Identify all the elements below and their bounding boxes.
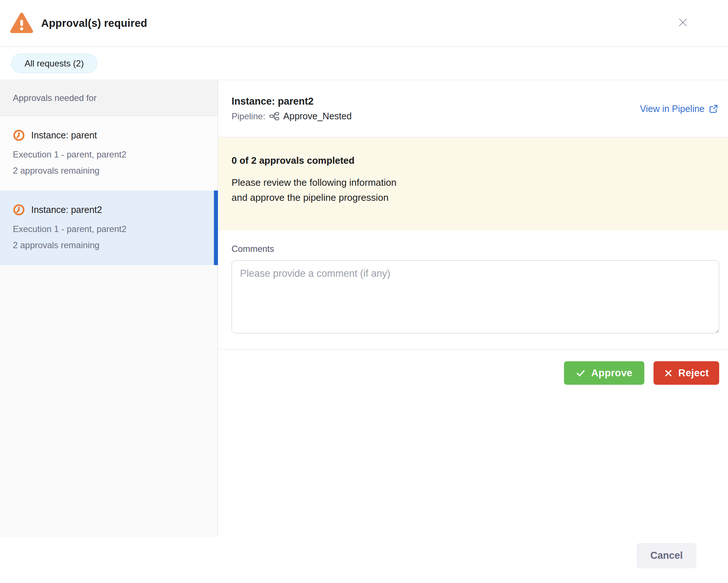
approve-button[interactable]: Approve: [564, 361, 644, 385]
approval-modal: Approval(s) required All requests (2) Ap…: [0, 0, 728, 583]
pipeline-graph-icon: [269, 112, 279, 120]
clock-icon: [13, 129, 25, 141]
pipeline-name: Approve_Nested: [283, 111, 352, 122]
pipeline-label: Pipeline:: [232, 111, 265, 122]
approval-item-remaining: 2 approvals remaining: [13, 240, 210, 250]
close-icon[interactable]: [674, 14, 691, 31]
approval-item-title: Instance: parent: [31, 130, 97, 141]
approvals-sidebar: Approvals needed for Instance: parent Ex…: [0, 80, 218, 537]
action-buttons: Approve Reject: [218, 361, 728, 385]
external-link-icon: [709, 104, 718, 114]
view-in-pipeline-label: View in Pipeline: [640, 104, 705, 114]
reject-button-label: Reject: [678, 367, 709, 379]
warning-triangle-icon: [10, 11, 34, 35]
sidebar-heading: Approvals needed for: [0, 80, 218, 116]
modal-title: Approval(s) required: [41, 17, 147, 29]
approval-item-title: Instance: parent2: [31, 204, 102, 215]
approve-button-label: Approve: [591, 367, 632, 379]
approval-message-line1: Please review the following information: [232, 175, 715, 190]
detail-header: Instance: parent2 Pipeline:: [218, 80, 728, 137]
approval-list-item-parent2[interactable]: Instance: parent2 Execution 1 - parent, …: [0, 191, 218, 265]
detail-instance-title: Instance: parent2: [232, 96, 352, 107]
approval-item-remaining: 2 approvals remaining: [13, 166, 210, 176]
x-icon: [664, 369, 673, 378]
approval-status-banner: 0 of 2 approvals completed Please review…: [218, 137, 728, 231]
approval-message-line2: and approve the pipeline progression: [232, 190, 715, 205]
approval-detail-panel: Instance: parent2 Pipeline:: [218, 80, 728, 385]
requests-filter-row: All requests (2): [0, 47, 728, 80]
comments-label: Comments: [232, 244, 728, 254]
all-requests-pill[interactable]: All requests (2): [11, 54, 97, 73]
clock-icon: [13, 204, 25, 216]
view-in-pipeline-link[interactable]: View in Pipeline: [640, 104, 718, 114]
approval-item-execution: Execution 1 - parent, parent2: [13, 149, 210, 160]
approvals-progress-text: 0 of 2 approvals completed: [232, 155, 715, 166]
approval-item-execution: Execution 1 - parent, parent2: [13, 224, 210, 234]
reject-button[interactable]: Reject: [654, 361, 719, 385]
approval-list-item-parent[interactable]: Instance: parent Execution 1 - parent, p…: [0, 116, 218, 191]
selected-indicator-bar: [214, 191, 218, 265]
comment-input[interactable]: [232, 260, 719, 333]
actions-divider: [218, 349, 728, 350]
modal-header: Approval(s) required: [0, 0, 728, 47]
check-icon: [576, 368, 586, 378]
cancel-button[interactable]: Cancel: [637, 543, 696, 568]
